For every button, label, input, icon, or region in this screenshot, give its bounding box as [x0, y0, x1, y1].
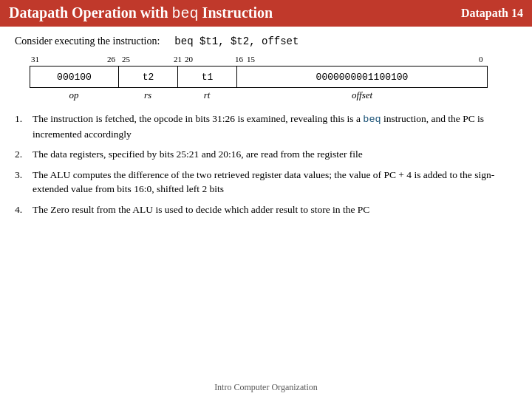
- op-field: 000100: [30, 66, 119, 87]
- t1-field: t1: [178, 66, 237, 87]
- instruction-code: beq $t1, $t2, offset: [174, 35, 299, 47]
- offset-label: offset: [236, 89, 488, 101]
- list-text-3: The ALU computes the difference of the t…: [33, 168, 517, 197]
- offset-value: 0000000001100100: [316, 72, 409, 83]
- op-label: op: [30, 89, 118, 101]
- list-text-1-before: The instruction is fetched, the opcode i…: [33, 113, 363, 124]
- bit-31: 31: [31, 55, 39, 64]
- title-prefix: Datapath Operation with: [9, 4, 172, 21]
- rt-label-text: rt: [204, 89, 211, 101]
- t2-value: t2: [143, 72, 154, 83]
- list-item-4: 4. The Zero result from the ALU is used …: [15, 202, 517, 217]
- list-item-3: 3. The ALU computes the difference of th…: [15, 168, 517, 197]
- list-num-3: 3.: [15, 168, 33, 183]
- offset-label-text: offset: [352, 89, 372, 101]
- explanation-list: 1. The instruction is fetched, the opcod…: [15, 112, 517, 216]
- bit-25: 25: [122, 55, 130, 64]
- list-text-4: The Zero result from the ALU is used to …: [33, 202, 517, 217]
- bit-labels: 31 26 25 21 20 16 15 0: [30, 55, 488, 65]
- field-labels: op rs rt offset: [30, 89, 488, 101]
- bit-20: 20: [185, 55, 193, 64]
- title-suffix: Instruction: [199, 4, 273, 21]
- list-num-4: 4.: [15, 202, 33, 217]
- bit-16: 16: [235, 55, 243, 64]
- list-text-2: The data registers, specified by bits 25…: [33, 147, 517, 162]
- list-text-1: The instruction is fetched, the opcode i…: [33, 112, 517, 141]
- beq-code: beq: [363, 114, 381, 125]
- slide-number: Datapath 14: [461, 7, 523, 20]
- t2-field: t2: [119, 66, 178, 87]
- slide-label: Datapath: [461, 7, 508, 19]
- bit-0: 0: [479, 55, 483, 64]
- footer: Intro Computer Organization: [0, 382, 532, 393]
- offset-field: 0000000001100100: [237, 66, 487, 87]
- list-item-2: 2. The data registers, specified by bits…: [15, 147, 517, 162]
- header: Datapath Operation with beq Instruction …: [0, 0, 532, 27]
- instruction-line: Consider executing the instruction: beq …: [15, 35, 517, 47]
- consider-text: Consider executing the instruction:: [15, 35, 160, 47]
- rs-label-text: rs: [144, 89, 151, 101]
- list-num-1: 1.: [15, 112, 33, 126]
- slide-num: 14: [511, 7, 523, 19]
- t1-value: t1: [202, 72, 214, 83]
- instruction-row: 000100 t2 t1 0000000001100100: [30, 66, 488, 88]
- list-item-1: 1. The instruction is fetched, the opcod…: [15, 112, 517, 141]
- bit-26: 26: [107, 55, 115, 64]
- slide-title: Datapath Operation with beq Instruction: [9, 4, 461, 22]
- rt-label: rt: [177, 89, 236, 101]
- title-code: beq: [172, 5, 199, 22]
- bit-15: 15: [247, 55, 255, 64]
- op-label-text: op: [69, 89, 79, 101]
- bit-21: 21: [174, 55, 182, 64]
- rs-label: rs: [118, 89, 177, 101]
- op-value: 000100: [57, 72, 92, 83]
- footer-label: Intro Computer Organization: [214, 382, 318, 392]
- main-content: Consider executing the instruction: beq …: [0, 27, 532, 231]
- instruction-diagram: 31 26 25 21 20 16 15 0 000100 t2 t1 0000…: [30, 55, 517, 101]
- list-num-2: 2.: [15, 147, 33, 162]
